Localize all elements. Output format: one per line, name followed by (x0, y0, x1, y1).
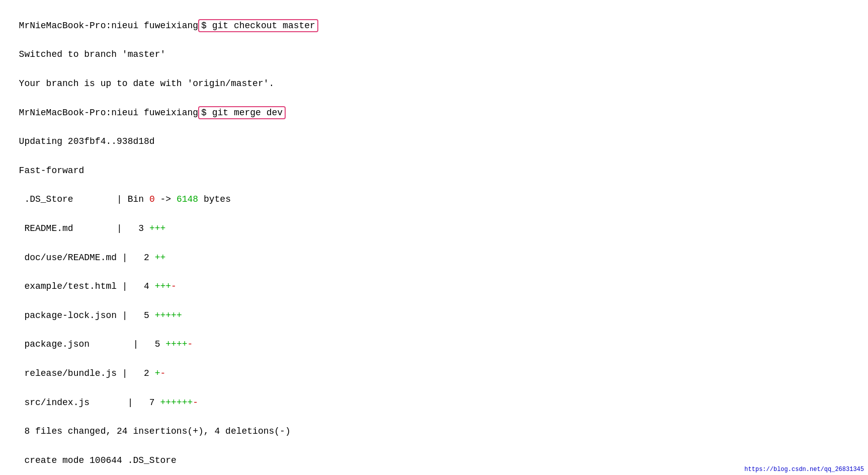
diff-sep-pkg: | 5 (90, 339, 165, 349)
diff-plus-readme: +++ (149, 223, 165, 233)
diff-plus-testhtml: +++ (155, 281, 171, 291)
diff-plus-pkg: ++++ (165, 339, 187, 349)
diff-filename-pkglock: package-lock.json (19, 310, 117, 321)
output-15: 8 files changed, 24 insertions(+), 4 del… (19, 426, 291, 436)
output-2: Switched to branch 'master' (19, 49, 166, 59)
diff-filename-srcindex: src/index.js (19, 398, 90, 408)
prompt-4: MrNieMacBook-Pro:nieui fuweixiang (19, 108, 198, 118)
diff-minus-bundle: - (160, 368, 165, 378)
terminal-line-2: Switched to branch 'master' (8, 33, 860, 62)
diff-sep-pkglock: | 5 (117, 310, 155, 321)
terminal-line-11: package-lock.json | 5 +++++ (8, 294, 860, 323)
terminal-line-12: package.json | 5 ++++- (8, 323, 860, 352)
diff-sep-docreadme: | 2 (117, 253, 155, 263)
command-checkout: $ git checkout master (198, 19, 318, 32)
output-16: create mode 100644 .DS_Store (19, 455, 177, 465)
output-5: Updating 203fbf4..938d18d (19, 136, 155, 146)
prompt-1: MrNieMacBook-Pro:nieui fuweixiang (19, 21, 198, 31)
diff-suffix-ds: bytes (198, 194, 231, 204)
terminal-line-17: MrNieMacBook-Pro:nieui fuweixiang$ git p… (8, 468, 860, 476)
diff-plus-bundle: + (155, 368, 160, 378)
terminal-line-9: doc/use/README.md | 2 ++ (8, 236, 860, 265)
terminal-line-8: README.md | 3 +++ (8, 207, 860, 236)
diff-plus-docreadme: ++ (155, 253, 166, 263)
terminal-line-6: Fast-forward (8, 149, 860, 178)
diff-filename-bundle: release/bundle.js (19, 368, 117, 378)
diff-filename-testhtml: example/test.html (19, 281, 117, 291)
diff-sep-srcindex: | 7 (90, 398, 160, 408)
diff-filename-ds: .DS_Store (19, 194, 73, 204)
terminal-line-15: 8 files changed, 24 insertions(+), 4 del… (8, 410, 860, 439)
diff-filename-pkg: package.json (19, 339, 90, 349)
diff-sep-ds: | Bin (73, 194, 149, 204)
command-merge: $ git merge dev (198, 106, 286, 119)
terminal-line-5: Updating 203fbf4..938d18d (8, 120, 860, 149)
diff-filename-readme: README.md (19, 223, 73, 233)
diff-minus-srcindex: - (193, 398, 198, 408)
terminal-line-4: MrNieMacBook-Pro:nieui fuweixiang$ git m… (8, 91, 860, 120)
terminal-line-10: example/test.html | 4 +++- (8, 265, 860, 294)
diff-before-ds: 0 (149, 194, 155, 204)
diff-filename-docreadme: doc/use/README.md (19, 253, 117, 263)
terminal-line-7: .DS_Store | Bin 0 -> 6148 bytes (8, 178, 860, 207)
diff-plus-srcindex: ++++++ (160, 398, 193, 408)
diff-plus-pkglock: +++++ (155, 310, 182, 321)
diff-minus-pkg: - (188, 339, 193, 349)
diff-sep-bundle: | 2 (117, 368, 155, 378)
diff-arrow-ds: -> (155, 194, 177, 204)
bottom-url: https://blog.csdn.net/qq_26831345 (744, 466, 864, 473)
terminal-line-16: create mode 100644 .DS_Store (8, 439, 860, 468)
terminal-line-13: release/bundle.js | 2 +- (8, 352, 860, 381)
terminal-line-14: src/index.js | 7 ++++++- (8, 381, 860, 410)
terminal-line-3: Your branch is up to date with 'origin/m… (8, 62, 860, 91)
terminal-line-1: MrNieMacBook-Pro:nieui fuweixiang$ git c… (8, 4, 860, 33)
output-3: Your branch is up to date with 'origin/m… (19, 78, 275, 89)
diff-sep-testhtml: | 4 (117, 281, 155, 291)
output-6: Fast-forward (19, 166, 84, 176)
diff-minus-testhtml: - (171, 281, 177, 291)
diff-sep-readme: | 3 (73, 223, 149, 233)
diff-after-ds: 6148 (177, 194, 198, 204)
